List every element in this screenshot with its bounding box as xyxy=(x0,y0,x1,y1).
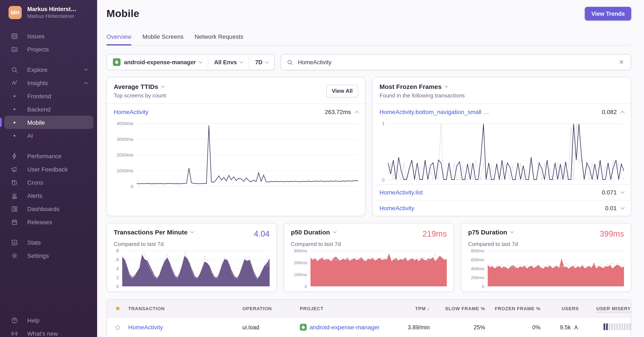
sidebar-item-help[interactable]: Help xyxy=(4,314,93,327)
sidebar-item-insights[interactable]: Insights xyxy=(4,76,93,89)
tpm-card: Transactions Per Minute 4.04 Compared to… xyxy=(106,223,277,292)
search-bar: ✕ xyxy=(281,54,631,70)
col-user-misery[interactable]: USER MISERY xyxy=(579,306,631,311)
collapse-chevron-icon[interactable] xyxy=(354,111,359,115)
ttid-screen-row: HomeActivity 263.72ms xyxy=(107,104,365,120)
col-project[interactable]: PROJECT xyxy=(300,306,389,311)
star-filled-icon xyxy=(114,305,121,312)
view-trends-button[interactable]: View Trends xyxy=(585,7,631,20)
search-input[interactable] xyxy=(297,58,618,66)
chevron-down-icon xyxy=(240,60,244,63)
p50-metric-selector[interactable]: p50 Duration xyxy=(291,229,336,236)
ttid-metric-selector[interactable]: Average TTIDs xyxy=(114,83,166,90)
view-all-button[interactable]: View All xyxy=(326,84,358,97)
frozen-subtitle: Found in the following transactions xyxy=(380,92,465,99)
frozen-transaction-link[interactable]: HomeActivity xyxy=(380,205,414,212)
p75-subtitle: Compared to last 7d xyxy=(468,241,624,247)
p75-y-axis: 800ms600ms400ms200ms0 xyxy=(468,248,484,289)
col-slow-frame[interactable]: SLOW FRAME % xyxy=(430,306,485,311)
sidebar-item-performance[interactable]: Performance xyxy=(4,149,93,163)
col-operation[interactable]: OPERATION xyxy=(242,306,300,311)
page-title: Mobile xyxy=(106,8,139,19)
col-tpm[interactable]: TPM↓ xyxy=(389,305,430,311)
p75-value: 399ms xyxy=(600,229,624,239)
star-column-header[interactable] xyxy=(107,305,128,312)
date-range-selector[interactable]: 7D xyxy=(249,54,274,70)
p75-metric-selector[interactable]: p75 Duration xyxy=(468,229,513,236)
sidebar-item-explore[interactable]: Explore xyxy=(4,63,93,76)
tab-bar: Overview Mobile Screens Network Requests xyxy=(106,33,631,45)
sidebar-item-issues[interactable]: Issues xyxy=(4,29,93,42)
tab-overview[interactable]: Overview xyxy=(106,33,132,45)
tab-mobile-screens[interactable]: Mobile Screens xyxy=(142,33,184,45)
p50-duration-card: p50 Duration 219ms Compared to last 7d 3… xyxy=(284,223,454,292)
issues-icon xyxy=(11,32,18,40)
bullet-icon xyxy=(14,108,15,110)
sidebar-item-settings[interactable]: Settings xyxy=(4,249,93,262)
col-frozen-frame[interactable]: FROZEN FRAME % xyxy=(485,306,540,311)
bullet-icon xyxy=(14,95,15,97)
expand-chevron-icon[interactable] xyxy=(620,190,624,194)
sidebar-item-user-feedback[interactable]: User Feedback xyxy=(4,163,93,176)
tpm-metric-selector[interactable]: Transactions Per Minute xyxy=(114,229,194,236)
sidebar-item-stats[interactable]: Stats xyxy=(4,236,93,249)
star-toggle[interactable] xyxy=(107,324,128,331)
sidebar-item-frontend[interactable]: Frontend xyxy=(4,89,93,102)
broadcast-icon xyxy=(11,330,18,337)
table-header-row: TRANSACTION OPERATION PROJECT TPM↓ SLOW … xyxy=(107,300,631,318)
ttid-y-axis: 4000ms3000ms2000ms1000ms0 xyxy=(114,121,133,189)
transaction-link[interactable]: HomeActivity xyxy=(128,324,163,331)
most-frozen-frames-card: Most Frozen Frames Found in the followin… xyxy=(372,77,631,216)
star-outline-icon xyxy=(114,324,121,331)
p50-value: 219ms xyxy=(422,229,447,239)
project-link[interactable]: android-expense-manager xyxy=(310,324,380,331)
collapse-chevron-icon[interactable] xyxy=(620,111,624,115)
page-filter-group: android-expense-manager All Envs 7D xyxy=(106,54,275,70)
environment-selector[interactable]: All Envs xyxy=(208,54,249,70)
project-selector[interactable]: android-expense-manager xyxy=(107,54,208,70)
sidebar-item-whats-new[interactable]: What's new xyxy=(4,327,93,337)
android-platform-icon xyxy=(113,58,120,66)
sidebar-nav: Issues Projects Explore Insights Fronten… xyxy=(0,23,97,262)
user-name: Markus Hinterst… xyxy=(27,6,76,12)
frozen-metric-selector[interactable]: Most Frozen Frames xyxy=(380,83,465,90)
tpm-y-axis: 86420 xyxy=(114,248,119,289)
frozen-row: HomeActivity.list 0.071 xyxy=(373,185,631,200)
table-row: HomeActivity ui.load android-expense-man… xyxy=(107,318,631,337)
clear-search-icon[interactable]: ✕ xyxy=(618,58,625,66)
sidebar-item-ai[interactable]: AI xyxy=(4,129,93,142)
frozen-transaction-link[interactable]: HomeActivity.list xyxy=(380,189,423,196)
sidebar-item-mobile[interactable]: Mobile xyxy=(4,116,93,129)
help-icon xyxy=(11,316,18,324)
tab-network-requests[interactable]: Network Requests xyxy=(195,33,244,45)
clock-history-icon xyxy=(11,179,18,186)
bullet-icon xyxy=(14,121,15,123)
active-indicator xyxy=(0,118,2,127)
p75-duration-card: p75 Duration 399ms Compared to last 7d 8… xyxy=(461,223,631,292)
sidebar-item-crons[interactable]: Crons xyxy=(4,176,93,189)
chevron-down-icon xyxy=(161,84,164,88)
sidebar-item-releases[interactable]: Releases xyxy=(4,215,93,229)
col-transaction[interactable]: TRANSACTION xyxy=(128,306,242,311)
sidebar-item-dashboards[interactable]: Dashboards xyxy=(4,202,93,215)
ttid-screen-link[interactable]: HomeActivity xyxy=(114,108,148,115)
ttid-value: 263.72ms xyxy=(325,108,351,115)
sidebar-footer: Help What's new xyxy=(0,314,97,337)
user-menu[interactable]: MH Markus Hinterst… Markus Hintersteiner xyxy=(0,0,97,23)
chevron-down-icon xyxy=(84,67,88,71)
sidebar-item-alerts[interactable]: Alerts xyxy=(4,189,93,202)
projects-icon xyxy=(11,45,18,53)
expand-chevron-icon[interactable] xyxy=(620,205,624,210)
misery-bars xyxy=(604,323,631,330)
environment-value: All Envs xyxy=(214,59,237,65)
frozen-transaction-link[interactable]: HomeActivity.bottom_navigation_small … xyxy=(380,108,489,115)
sidebar-item-backend[interactable]: Backend xyxy=(4,102,93,116)
sidebar-item-projects[interactable]: Projects xyxy=(4,42,93,56)
col-users[interactable]: USERS xyxy=(540,306,579,311)
frozen-frame-cell: 0% xyxy=(485,324,540,331)
user-icon xyxy=(573,325,579,330)
tpm-chart xyxy=(122,251,270,286)
sort-desc-icon: ↓ xyxy=(427,305,430,311)
user-misery-cell xyxy=(579,323,631,331)
frozen-y-axis: 10 xyxy=(380,121,384,183)
